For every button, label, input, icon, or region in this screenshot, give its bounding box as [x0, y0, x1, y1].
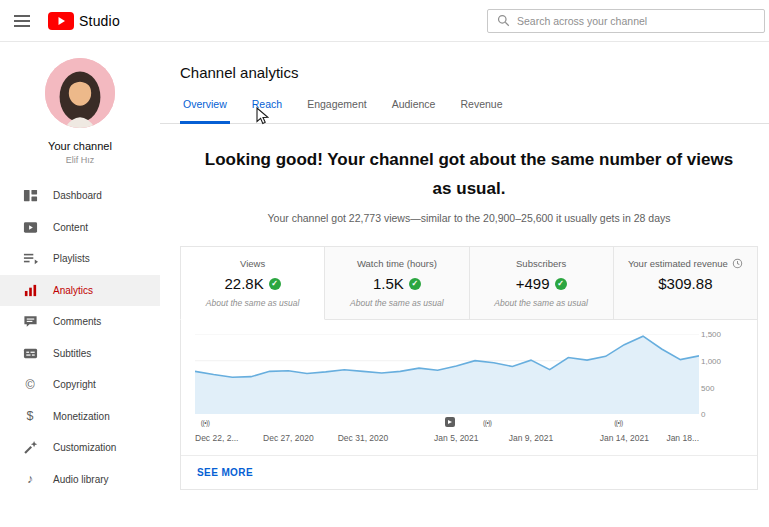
- monetization-icon: $: [22, 408, 38, 424]
- clock-icon[interactable]: [732, 258, 743, 269]
- dashboard-icon: [22, 188, 38, 204]
- channel-owner-name: Elif Hız: [0, 155, 160, 165]
- playlists-icon: [22, 251, 38, 267]
- sidebar-item-label: Comments: [53, 316, 101, 327]
- y-axis-label: 500: [701, 383, 714, 392]
- metric-note: About the same as usual: [181, 298, 324, 308]
- main-panel: Channel analytics Overview Reach Engagem…: [160, 42, 769, 527]
- hamburger-menu-icon[interactable]: [10, 7, 38, 35]
- views-chart[interactable]: [195, 334, 699, 414]
- metric-label: Watch time (hours): [325, 258, 468, 269]
- customization-icon: [22, 440, 38, 456]
- comments-icon: [22, 314, 38, 330]
- metric-card-subscribers[interactable]: Subscribers +499 ✓ About the same as usu…: [470, 246, 614, 320]
- see-more-link[interactable]: SEE MORE: [181, 456, 269, 489]
- x-axis-labels: Dec 22, 2...Dec 27, 2020Dec 31, 2020Jan …: [195, 433, 699, 446]
- sidebar-item-label: Copyright: [53, 379, 96, 390]
- youtube-studio-app: Studio Your channel: [0, 0, 769, 527]
- live-stream-marker-icon[interactable]: ((•)): [483, 417, 491, 429]
- key-metrics-section: Views 22.8K ✓ About the same as usual Wa…: [180, 246, 758, 490]
- sidebar-nav: Dashboard Content Playlists: [0, 180, 160, 495]
- x-axis-label: Jan 14, 2021: [600, 433, 649, 443]
- y-axis-label: 1,500: [701, 330, 721, 339]
- sidebar: Your channel Elif Hız Dashboard Content: [0, 42, 160, 527]
- analytics-tabs: Overview Reach Engagement Audience Reven…: [180, 98, 758, 124]
- sidebar-item-label: Customization: [53, 442, 116, 453]
- chart-panel: 1,500 1,000 500 0 ((•))((•))((•)) Dec 22…: [180, 320, 758, 490]
- content-area: Your channel Elif Hız Dashboard Content: [0, 42, 769, 527]
- subtitles-icon: [22, 345, 38, 361]
- live-stream-marker-icon[interactable]: ((•)): [201, 417, 209, 429]
- metric-card-revenue[interactable]: Your estimated revenue $309.88: [614, 246, 758, 320]
- tab-audience[interactable]: Audience: [389, 98, 439, 124]
- tab-reach[interactable]: Reach: [249, 98, 285, 124]
- metric-label: Views: [181, 258, 324, 269]
- metric-value: 22.8K: [225, 275, 264, 292]
- sidebar-item-label: Subtitles: [53, 348, 91, 359]
- x-axis-label: Jan 9, 2021: [509, 433, 553, 443]
- page-title: Channel analytics: [180, 64, 758, 81]
- x-axis-label: Jan 18...: [666, 433, 699, 443]
- x-axis-label: Dec 31, 2020: [338, 433, 389, 443]
- sidebar-item-analytics[interactable]: Analytics: [0, 275, 160, 307]
- metric-card-views[interactable]: Views 22.8K ✓ About the same as usual: [180, 246, 325, 320]
- sidebar-item-content[interactable]: Content: [0, 212, 160, 244]
- content-icon: [22, 219, 38, 235]
- youtube-studio-logo[interactable]: Studio: [48, 12, 120, 30]
- chart-area: 1,500 1,000 500 0: [181, 320, 757, 414]
- check-icon: ✓: [409, 278, 421, 290]
- sidebar-item-subtitles[interactable]: Subtitles: [0, 338, 160, 370]
- y-axis-label: 0: [701, 410, 705, 419]
- metric-label: Your estimated revenue: [628, 258, 728, 269]
- topbar: Studio: [0, 0, 769, 42]
- check-icon: ✓: [555, 278, 567, 290]
- chart-markers: ((•))((•))((•)): [195, 417, 699, 430]
- check-icon: ✓: [269, 278, 281, 290]
- live-stream-marker-icon[interactable]: ((•)): [614, 417, 622, 429]
- see-more-row: SEE MORE: [181, 455, 757, 489]
- metric-card-watch-time[interactable]: Watch time (hours) 1.5K ✓ About the same…: [325, 246, 469, 320]
- x-axis-label: Jan 5, 2021: [434, 433, 478, 443]
- metric-value: 1.5K: [373, 275, 404, 292]
- sidebar-item-label: Audio library: [53, 474, 109, 485]
- channel-avatar[interactable]: [45, 58, 115, 128]
- x-axis-label: Dec 27, 2020: [263, 433, 314, 443]
- copyright-icon: ©: [22, 377, 38, 393]
- metric-value: $309.88: [658, 275, 712, 292]
- channel-name: Your channel: [0, 140, 160, 152]
- metric-value: +499: [516, 275, 550, 292]
- metric-note: About the same as usual: [470, 298, 613, 308]
- insight-summary: Your channel got 22,773 views—similar to…: [180, 212, 758, 224]
- insight-headline: Looking good! Your channel got about the…: [197, 145, 742, 203]
- sidebar-item-label: Content: [53, 222, 88, 233]
- y-axis-labels: 1,500 1,000 500 0: [701, 334, 739, 414]
- sidebar-item-label: Playlists: [53, 253, 90, 264]
- y-axis-label: 1,000: [701, 357, 721, 366]
- search-box[interactable]: [487, 9, 765, 33]
- sidebar-item-label: Dashboard: [53, 190, 102, 201]
- product-name: Studio: [79, 13, 120, 29]
- metric-label: Subscribers: [470, 258, 613, 269]
- sidebar-item-copyright[interactable]: © Copyright: [0, 369, 160, 401]
- metric-note: About the same as usual: [325, 298, 468, 308]
- tab-engagement[interactable]: Engagement: [304, 98, 370, 124]
- sidebar-item-comments[interactable]: Comments: [0, 306, 160, 338]
- sidebar-item-audio-library[interactable]: ♪ Audio library: [0, 464, 160, 496]
- youtube-play-icon: [48, 12, 74, 30]
- tab-overview[interactable]: Overview: [180, 98, 230, 124]
- sidebar-item-monetization[interactable]: $ Monetization: [0, 401, 160, 433]
- search-input[interactable]: [517, 15, 755, 27]
- sidebar-item-label: Monetization: [53, 411, 110, 422]
- audio-library-icon: ♪: [22, 471, 38, 487]
- x-axis-label: Dec 22, 2...: [195, 433, 238, 443]
- search-icon: [497, 14, 510, 27]
- sidebar-item-customization[interactable]: Customization: [0, 432, 160, 464]
- sidebar-item-dashboard[interactable]: Dashboard: [0, 180, 160, 212]
- metric-cards: Views 22.8K ✓ About the same as usual Wa…: [180, 246, 758, 320]
- sidebar-item-label: Analytics: [53, 285, 93, 296]
- video-publish-marker-icon[interactable]: [445, 417, 455, 427]
- sidebar-item-playlists[interactable]: Playlists: [0, 243, 160, 275]
- analytics-icon: [22, 282, 38, 298]
- avatar-image: [45, 58, 115, 128]
- tab-revenue[interactable]: Revenue: [457, 98, 505, 124]
